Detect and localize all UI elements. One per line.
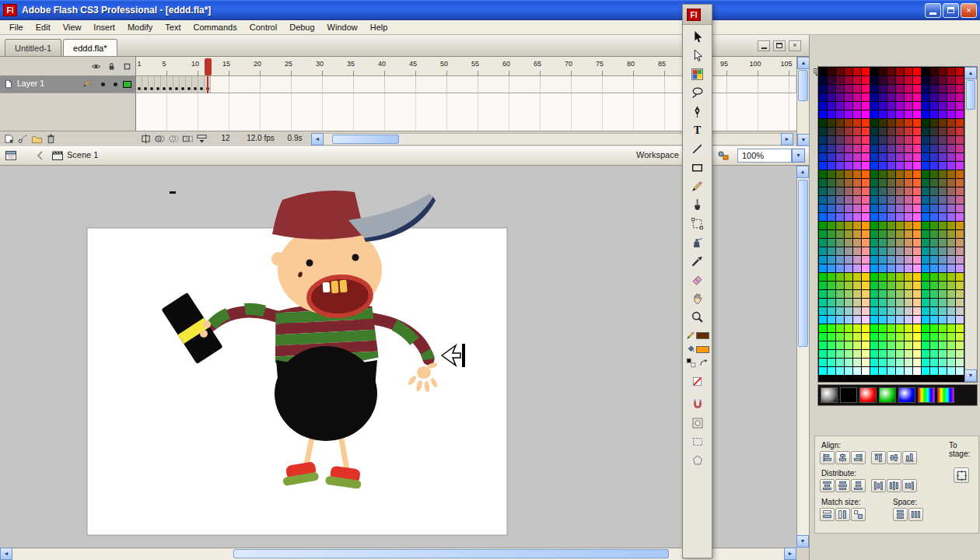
color-swatch[interactable] xyxy=(870,350,879,359)
frame-47[interactable] xyxy=(422,76,429,93)
color-swatch[interactable] xyxy=(879,110,887,119)
color-swatch[interactable] xyxy=(887,273,896,282)
color-swatch[interactable] xyxy=(845,367,853,376)
color-swatch[interactable] xyxy=(956,307,964,316)
color-swatch[interactable] xyxy=(947,145,956,153)
frame-84[interactable] xyxy=(653,76,659,93)
color-swatch[interactable] xyxy=(862,290,870,299)
color-swatch[interactable] xyxy=(887,76,896,85)
color-swatch[interactable] xyxy=(905,324,913,333)
color-swatch[interactable] xyxy=(922,187,930,196)
frame-22[interactable] xyxy=(267,76,273,93)
scroll-up-arrow[interactable]: ▲ xyxy=(964,67,977,79)
color-swatch[interactable] xyxy=(905,367,913,376)
color-swatch[interactable] xyxy=(922,239,930,247)
layer-visible-dot[interactable] xyxy=(101,82,105,86)
color-swatch[interactable] xyxy=(845,239,853,247)
color-swatch[interactable] xyxy=(836,128,845,136)
color-swatch[interactable] xyxy=(828,333,836,341)
color-swatch[interactable] xyxy=(879,324,887,333)
color-swatch[interactable] xyxy=(862,222,870,230)
color-swatch[interactable] xyxy=(896,290,905,299)
color-swatch[interactable] xyxy=(930,153,939,162)
color-swatch[interactable] xyxy=(930,110,939,119)
frame-40[interactable] xyxy=(379,76,385,93)
color-swatch[interactable] xyxy=(845,256,853,264)
color-swatch[interactable] xyxy=(862,162,870,170)
color-swatch[interactable] xyxy=(870,247,879,256)
frame-63[interactable] xyxy=(522,76,528,93)
frame-27[interactable] xyxy=(298,76,304,93)
frame-26[interactable] xyxy=(292,76,298,93)
color-swatch[interactable] xyxy=(853,102,862,110)
color-swatch[interactable] xyxy=(922,170,930,179)
color-swatch[interactable] xyxy=(870,85,879,93)
color-swatch[interactable] xyxy=(870,119,879,128)
color-swatch[interactable] xyxy=(939,162,947,170)
frame-32[interactable] xyxy=(329,76,335,93)
color-swatch[interactable] xyxy=(947,136,956,145)
color-swatch[interactable] xyxy=(828,316,836,324)
color-swatch[interactable] xyxy=(930,68,939,76)
frame-105[interactable] xyxy=(783,76,789,93)
frame-14[interactable] xyxy=(217,76,223,93)
color-swatch[interactable] xyxy=(939,299,947,307)
color-swatch[interactable] xyxy=(828,76,836,85)
color-swatch[interactable] xyxy=(947,282,956,290)
menu-view[interactable]: View xyxy=(57,20,88,34)
frame-36[interactable] xyxy=(354,76,360,93)
color-swatch[interactable] xyxy=(870,196,879,205)
color-swatch[interactable] xyxy=(922,213,930,222)
frame-58[interactable] xyxy=(491,76,497,93)
scroll-thumb[interactable] xyxy=(966,80,975,110)
color-swatch[interactable] xyxy=(845,153,853,162)
color-swatch[interactable] xyxy=(947,264,956,273)
color-swatch[interactable] xyxy=(922,179,930,187)
color-swatch[interactable] xyxy=(922,222,930,230)
color-swatch[interactable] xyxy=(836,230,845,239)
color-swatch[interactable] xyxy=(870,341,879,350)
color-swatch[interactable] xyxy=(836,145,845,153)
dist-left-button[interactable] xyxy=(871,479,886,492)
color-swatch[interactable] xyxy=(887,68,896,76)
color-swatch[interactable] xyxy=(913,162,922,170)
swap-colors-button[interactable] xyxy=(698,358,709,369)
color-swatch[interactable] xyxy=(896,256,905,264)
color-swatch[interactable] xyxy=(862,145,870,153)
color-swatch[interactable] xyxy=(922,205,930,213)
color-swatch[interactable] xyxy=(879,76,887,85)
color-swatch[interactable] xyxy=(896,213,905,222)
frame-59[interactable] xyxy=(497,76,503,93)
tools-panel-header[interactable]: Fl xyxy=(683,5,712,25)
color-swatch[interactable] xyxy=(836,239,845,247)
color-swatch[interactable] xyxy=(939,85,947,93)
frame-8[interactable] xyxy=(180,76,186,93)
color-swatch[interactable] xyxy=(870,68,879,76)
color-swatch[interactable] xyxy=(896,145,905,153)
color-swatch[interactable] xyxy=(939,68,947,76)
doc-close-button[interactable]: × xyxy=(789,40,801,51)
color-swatch[interactable] xyxy=(905,247,913,256)
color-swatch[interactable] xyxy=(922,247,930,256)
line-tool[interactable] xyxy=(686,139,709,158)
menu-debug[interactable]: Debug xyxy=(283,20,320,34)
color-swatch[interactable] xyxy=(913,68,922,76)
color-swatch[interactable] xyxy=(853,205,862,213)
color-swatch[interactable] xyxy=(862,350,870,359)
color-swatch[interactable] xyxy=(819,153,828,162)
color-swatch[interactable] xyxy=(845,170,853,179)
color-swatch[interactable] xyxy=(947,85,956,93)
color-swatch[interactable] xyxy=(836,187,845,196)
align-h-center-button[interactable] xyxy=(835,451,850,464)
color-swatch[interactable] xyxy=(956,119,964,128)
color-swatch[interactable] xyxy=(956,299,964,307)
frame-55[interactable] xyxy=(472,76,478,93)
color-swatch[interactable] xyxy=(947,359,956,367)
color-swatch[interactable] xyxy=(956,239,964,247)
color-swatch[interactable] xyxy=(956,187,964,196)
preset-swatch-solid-green[interactable] xyxy=(879,387,896,403)
color-swatch[interactable] xyxy=(845,179,853,187)
color-swatch[interactable] xyxy=(879,136,887,145)
frame-51[interactable] xyxy=(447,76,453,93)
color-swatch[interactable] xyxy=(905,136,913,145)
